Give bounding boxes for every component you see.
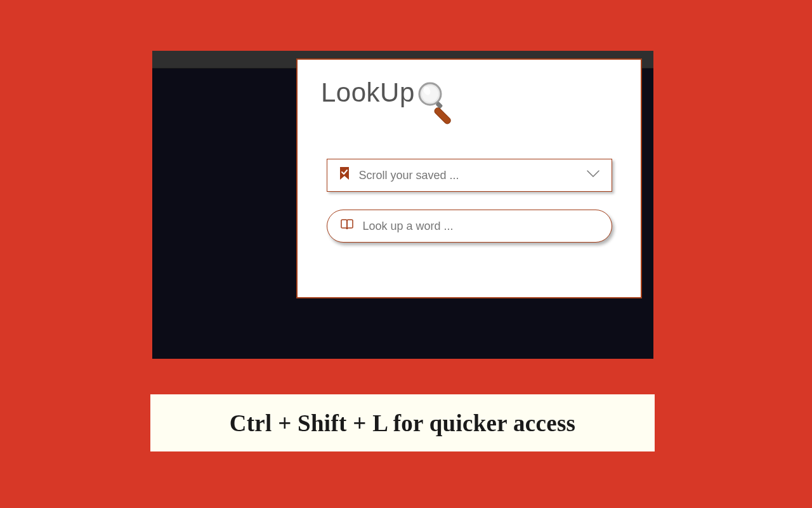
app-title-row: LookUp: [318, 77, 620, 133]
shortcut-tip-text: Ctrl + Shift + L for quicker access: [230, 410, 576, 437]
book-icon: [340, 219, 354, 233]
dropdown-placeholder: Scroll your saved ...: [359, 169, 586, 182]
browser-window: LookUp Scroll your saved ...: [152, 51, 653, 359]
search-field[interactable]: [327, 210, 612, 243]
search-input[interactable]: [363, 220, 599, 233]
shortcut-tip-banner: Ctrl + Shift + L for quicker access: [150, 394, 655, 451]
bookmark-icon: [339, 167, 350, 184]
saved-words-dropdown[interactable]: Scroll your saved ...: [327, 159, 612, 192]
extension-popup: LookUp Scroll your saved ...: [296, 58, 642, 298]
app-title: LookUp: [321, 77, 415, 108]
magnifying-glass-icon: [416, 80, 454, 133]
chevron-down-icon: [586, 170, 600, 181]
svg-rect-5: [434, 107, 452, 125]
